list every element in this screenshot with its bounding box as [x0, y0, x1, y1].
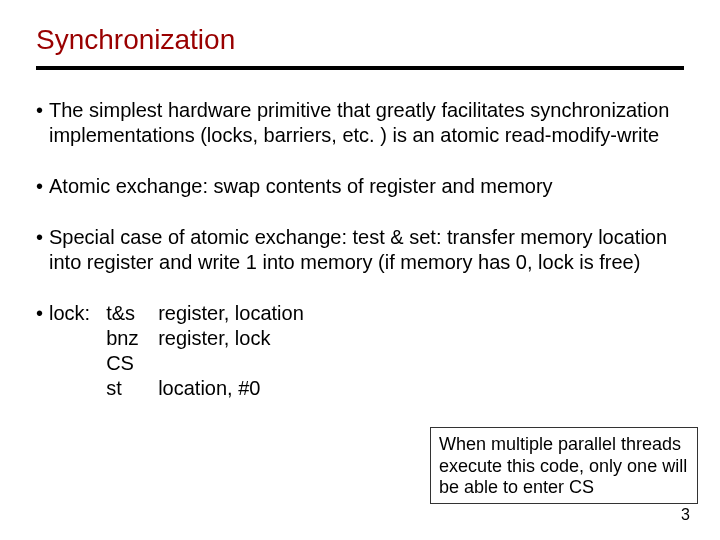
bullet-item: • Atomic exchange: swap contents of regi… [36, 174, 684, 199]
bullet-text: The simplest hardware primitive that gre… [49, 98, 684, 148]
callout-text: When multiple parallel threads execute t… [439, 434, 687, 497]
code-ops: t&s bnz CS st [106, 301, 158, 401]
slide: Synchronization • The simplest hardware … [0, 0, 720, 540]
bullet-dot: • [36, 301, 43, 326]
code-label: • lock: [36, 301, 90, 326]
title-underline [36, 66, 684, 70]
bullet-text: Atomic exchange: swap contents of regist… [49, 174, 553, 199]
bullet-dot: • [36, 174, 43, 199]
bullet-item-code: • lock: t&s bnz CS st register, location… [36, 301, 684, 401]
bullet-dot: • [36, 98, 43, 148]
bullet-text: Special case of atomic exchange: test & … [49, 225, 684, 275]
bullet-item: • Special case of atomic exchange: test … [36, 225, 684, 275]
page-number: 3 [681, 506, 690, 524]
slide-title: Synchronization [36, 24, 684, 56]
code-label-text: lock: [49, 301, 90, 326]
bullet-item: • The simplest hardware primitive that g… [36, 98, 684, 148]
callout-box: When multiple parallel threads execute t… [430, 427, 698, 504]
code-args: register, location register, lock locati… [158, 301, 304, 401]
bullet-dot: • [36, 225, 43, 275]
bullet-list: • The simplest hardware primitive that g… [36, 98, 684, 401]
code-block: t&s bnz CS st register, location registe… [106, 301, 304, 401]
